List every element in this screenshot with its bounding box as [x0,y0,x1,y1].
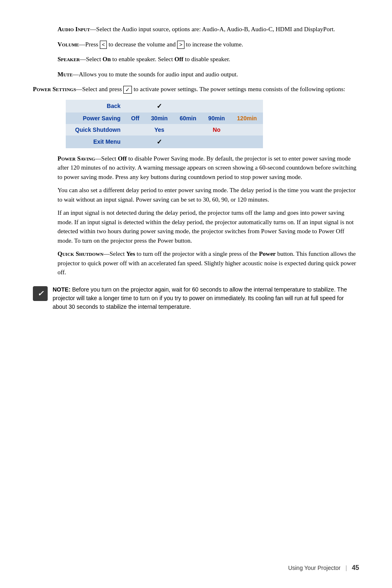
power-settings-term: Power Settings [33,86,76,92]
table-row-power-saving: Power Saving Off 30min 60min 90min 120mi… [66,113,263,124]
volume-paragraph: Volume—Press < to decrease the volume an… [58,40,359,49]
increase-volume-btn[interactable]: > [177,41,184,49]
quick-shutdown-description: Quick Shutdown—Select Yes to turn off th… [58,249,359,277]
speaker-term: Speaker [58,56,80,62]
power-saving-90min: 90min [202,113,231,124]
exit-menu-col4 [202,136,231,148]
power-saving-30min: 30min [145,113,174,124]
note-box: ✓ NOTE: Before you turn on the projector… [33,285,359,311]
quick-shutdown-yes: Yes [145,124,174,136]
power-saving-para1: Power Saving—Select Off to disable Power… [58,154,359,182]
back-col4 [202,100,231,113]
note-label: NOTE: [53,286,71,293]
power-saving-term: Power Saving [58,155,95,162]
quick-shutdown-label: Quick Shutdown [66,124,125,136]
speaker-paragraph: Speaker—Select On to enable speaker. Sel… [58,55,359,64]
audio-input-paragraph: Audio Input—Select the Audio input sourc… [58,25,359,34]
exit-menu-label: Exit Menu [66,136,125,148]
quick-shutdown-col3 [174,124,203,136]
decrease-volume-btn[interactable]: < [100,41,107,49]
quick-shutdown-col1 [125,124,145,136]
page-content: Audio Input—Select the Audio input sourc… [33,25,359,311]
power-settings-section: Power Settings—Select and press ✓ to act… [33,85,359,148]
exit-menu-col5 [231,136,263,148]
exit-menu-col1 [125,136,145,148]
table-row-back: Back ✓ [66,100,263,113]
quick-shutdown-col5 [231,124,263,136]
mute-paragraph: Mute—Allows you to mute the sounds for a… [58,70,359,79]
audio-input-term: Audio Input [58,26,90,32]
back-col1 [125,100,145,113]
mute-section: Mute—Allows you to mute the sounds for a… [33,70,359,79]
footer-separator: | [346,565,347,571]
footer-section-label: Using Your Projector [288,565,341,571]
volume-term: Volume [58,41,79,48]
power-saving-para2: You can also set a different delay perio… [58,186,359,204]
table-row-quick-shutdown: Quick Shutdown Yes No [66,124,263,136]
quick-shutdown-term: Quick Shutdown [58,250,104,257]
back-checkmark: ✓ [145,100,174,113]
audio-input-body: Select the Audio input source, options a… [96,26,335,32]
footer-page-number: 45 [352,564,359,571]
note-text: NOTE: Before you turn on the projector a… [53,285,359,311]
power-saving-label: Power Saving [66,113,125,124]
power-saving-120min: 120min [231,113,263,124]
back-col5 [231,100,263,113]
back-label: Back [66,100,125,113]
power-saving-60min: 60min [174,113,203,124]
power-saving-off: Off [125,113,145,124]
exit-menu-col3 [174,136,203,148]
audio-input-dash: — [90,26,96,32]
note-icon: ✓ [33,286,48,301]
speaker-section: Speaker—Select On to enable speaker. Sel… [33,55,359,64]
volume-section: Volume—Press < to decrease the volume an… [33,40,359,49]
quick-shutdown-no: No [202,124,231,136]
power-settings-paragraph: Power Settings—Select and press ✓ to act… [33,85,359,94]
enter-btn[interactable]: ✓ [123,86,132,94]
table-row-exit-menu: Exit Menu ✓ [66,136,263,148]
exit-menu-checkmark: ✓ [145,136,174,148]
note-icon-symbol: ✓ [37,290,44,297]
audio-input-section: Audio Input—Select the Audio input sourc… [33,25,359,34]
back-col3 [174,100,203,113]
page-footer: Using Your Projector | 45 [288,564,359,572]
power-saving-para3: If an input signal is not detected durin… [58,208,359,245]
mute-term: Mute [58,71,73,78]
power-settings-menu-table: Back ✓ Power Saving Off 30min 60min 90mi… [66,100,263,148]
power-saving-description: Power Saving—Select Off to disable Power… [33,154,359,277]
menu-table-wrapper: Back ✓ Power Saving Off 30min 60min 90mi… [33,100,359,148]
